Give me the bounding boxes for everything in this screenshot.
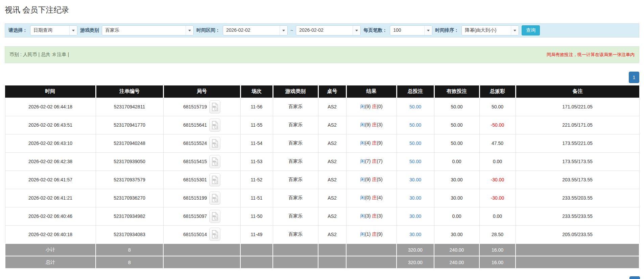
- payout-value: 0.00: [493, 213, 502, 219]
- page-1-button[interactable]: 1: [629, 72, 639, 83]
- total-bet-link[interactable]: 50.00: [409, 141, 421, 146]
- chevron-down-icon[interactable]: [424, 26, 432, 35]
- cell-valid-bet: 30.00: [434, 171, 479, 189]
- pagination-top: 1: [5, 72, 639, 83]
- video-file-icon: [212, 139, 218, 148]
- cell-payout: 50.00: [479, 98, 516, 116]
- game-type-value: 百家乐: [102, 26, 186, 35]
- search-button[interactable]: 查询: [522, 25, 540, 35]
- result-banker-label: 庄: [372, 195, 377, 200]
- cell-game-type: 百家乐: [273, 134, 318, 152]
- result-player-score: (9): [365, 177, 371, 182]
- cell-payout: 28.50: [479, 225, 516, 244]
- cell-time: 2026-02-02 06:42:38: [5, 152, 96, 171]
- video-replay-button[interactable]: [209, 137, 220, 150]
- page-title: 视讯 会员下注纪录: [5, 5, 639, 15]
- footer-cell-empty: [163, 256, 240, 269]
- chevron-down-icon[interactable]: [353, 26, 360, 35]
- footer-cell-total-label: 小计: [5, 244, 96, 256]
- footer-cell-empty: [346, 244, 397, 256]
- cell-bet-id: 523170936270: [96, 189, 163, 207]
- cell-round-id: 681515524: [163, 134, 240, 152]
- cell-payout: 47.50: [479, 134, 516, 152]
- total-bet-link[interactable]: 30.00: [409, 177, 421, 182]
- cell-valid-bet: 0.00: [434, 207, 479, 225]
- cell-total-bet: 50.00: [397, 116, 434, 134]
- payout-value: 50.00: [492, 104, 503, 109]
- cell-session: 11-55: [240, 116, 273, 134]
- video-replay-button[interactable]: [209, 155, 220, 168]
- video-replay-button[interactable]: [209, 119, 220, 132]
- page-1-button[interactable]: 1: [629, 276, 640, 279]
- column-header-payout: 总派彩: [479, 85, 516, 98]
- total-bet-link[interactable]: 30.00: [409, 195, 421, 201]
- cell-table-no: AS2: [318, 98, 346, 116]
- result-banker-score: (5): [377, 177, 382, 182]
- cell-time: 2026-02-02 06:44:18: [5, 98, 96, 116]
- date-to-select[interactable]: 2026-02-02: [296, 25, 361, 35]
- footer-cell-empty: [163, 244, 240, 256]
- date-from-select[interactable]: 2026-02-02: [223, 25, 288, 35]
- currency-total-text: 币别 : 人民币 | 总共 :8 注单 |: [9, 52, 69, 58]
- video-file-icon: [212, 176, 218, 184]
- query-type-select[interactable]: 日期查询: [30, 25, 77, 35]
- result-player-label: 闲: [360, 231, 365, 237]
- result-banker-label: 庄: [372, 140, 377, 146]
- cell-table-no: AS2: [318, 189, 346, 207]
- chevron-down-icon[interactable]: [280, 26, 287, 35]
- cell-remark: 233.55/203.55: [516, 189, 639, 207]
- cell-table-no: AS2: [318, 152, 346, 171]
- cell-payout: -30.00: [479, 171, 516, 189]
- payout-value: -30.00: [491, 195, 504, 201]
- total-bet-link[interactable]: 50.00: [409, 159, 421, 164]
- cell-total-bet: 50.00: [397, 134, 434, 152]
- cell-round-id: 681515415: [163, 152, 240, 171]
- cell-payout: 0.00: [479, 207, 516, 225]
- cell-bet-id: 523170942811: [96, 98, 163, 116]
- result-player-label: 闲: [360, 140, 365, 146]
- result-player-score: (7): [365, 158, 371, 164]
- video-replay-button[interactable]: [209, 100, 220, 113]
- cell-table-no: AS2: [318, 134, 346, 152]
- table-row: 2026-02-02 06:43:10523170940248681515524…: [5, 134, 639, 152]
- chevron-down-icon[interactable]: [186, 26, 193, 35]
- result-banker-label: 庄: [372, 104, 377, 109]
- video-file-icon: [212, 103, 218, 111]
- cell-round-id: 681515199: [163, 189, 240, 207]
- video-replay-button[interactable]: [209, 210, 220, 223]
- cell-session: 11-56: [240, 98, 273, 116]
- sort-select[interactable]: 降幂(由大到小): [461, 25, 519, 35]
- result-banker-score: (7): [377, 158, 382, 164]
- cell-remark: 205.05/233.55: [516, 225, 639, 244]
- video-replay-button[interactable]: [209, 192, 220, 205]
- footer-cell-valid-bet-sum: 240.00: [434, 256, 479, 269]
- cell-time: 2026-02-02 06:43:10: [5, 134, 96, 152]
- subtotal-row: 小计8320.00240.0016.00: [5, 244, 639, 256]
- chevron-down-icon[interactable]: [511, 26, 519, 35]
- footer-cell-total-bet-sum: 320.00: [397, 256, 434, 269]
- result-player-score: (3): [365, 213, 371, 219]
- round-id-group: 681515415: [164, 155, 240, 168]
- page-size-select[interactable]: 100: [390, 25, 432, 35]
- total-bet-link[interactable]: 50.00: [409, 104, 421, 109]
- cell-time: 2026-02-02 06:40:46: [5, 207, 96, 225]
- query-type-label: 请选择：: [8, 27, 27, 33]
- video-replay-button[interactable]: [209, 228, 220, 241]
- total-bet-link[interactable]: 30.00: [409, 213, 421, 219]
- grand-total-row: 总计8320.00240.0016.00: [5, 256, 639, 269]
- payout-value: 0.00: [493, 159, 502, 164]
- cell-round-id: 681515719: [163, 98, 240, 116]
- cell-session: 11-50: [240, 207, 273, 225]
- time-range-label: 时间区间：: [196, 27, 220, 33]
- total-bet-link[interactable]: 30.00: [409, 232, 421, 237]
- pagination-bottom: 1: [629, 276, 640, 279]
- cell-total-bet: 30.00: [397, 207, 434, 225]
- total-bet-link[interactable]: 50.00: [409, 122, 421, 128]
- video-replay-button[interactable]: [209, 173, 220, 186]
- cell-total-bet: 50.00: [397, 98, 434, 116]
- chevron-down-icon[interactable]: [69, 26, 77, 35]
- round-id-group: 681515301: [164, 173, 240, 186]
- cell-bet-id: 523170940248: [96, 134, 163, 152]
- game-type-select[interactable]: 百家乐: [102, 25, 194, 35]
- page: 视讯 会员下注纪录 请选择： 日期查询 游戏类别 百家乐 时间区间： 2026-…: [0, 5, 644, 269]
